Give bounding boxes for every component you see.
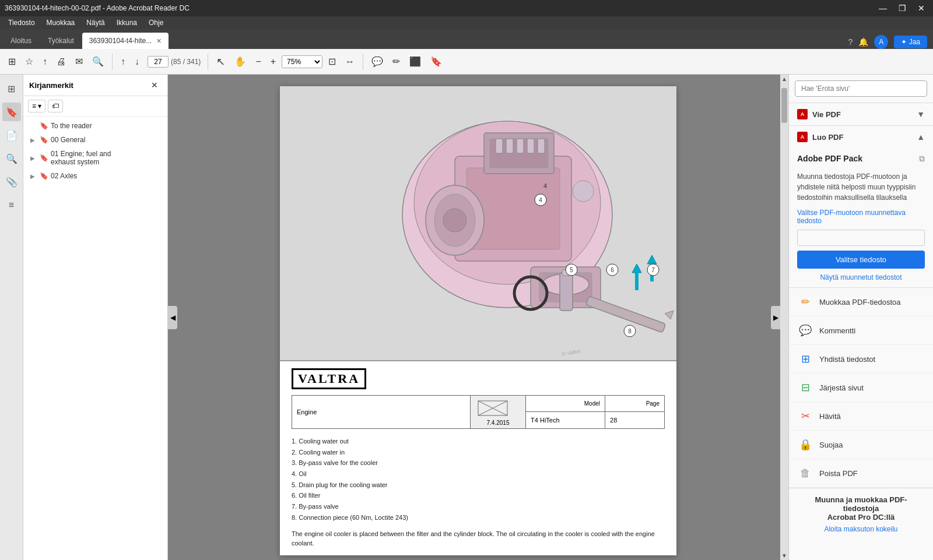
stamp-button[interactable]: 🔖 [427,54,446,69]
fit-width-button[interactable]: ↔ [342,54,358,69]
next-page-button[interactable]: ↓ [131,54,143,69]
bookmark-item-general[interactable]: ▶ 🔖 00 General [23,133,167,147]
email-button[interactable]: ✉ [72,54,86,69]
luo-pdf-header[interactable]: A Luo PDF ▲ [789,126,933,148]
svg-rect-8 [506,139,513,153]
tool-item-muokkaa[interactable]: ✏ Muokkaa PDF-tiedostoa [789,288,933,316]
expand-arrow-engine[interactable]: ▶ [30,155,37,161]
pdf-scrollbar[interactable]: ▲ ▼ [780,75,788,560]
menu-nayta[interactable]: Näytä [80,17,110,28]
table-date: 7.4.2015 [475,420,521,426]
table-page-value: 28 [605,411,665,428]
upload-button[interactable]: ↑ [39,54,51,69]
page-navigation: (85 / 341) [148,56,201,68]
vie-pdf-icon: A [797,109,808,119]
vie-pdf-label: Vie PDF [812,110,841,119]
left-icon-bookmarks[interactable]: 🔖 [2,103,21,121]
zoom-in-button[interactable]: + [267,54,279,69]
convert-input-box[interactable] [797,230,925,246]
minimize-button[interactable]: — [875,2,890,14]
part-item-5: 5. Drain plug for the cooling water [292,480,665,491]
tool-item-yhdista[interactable]: ⊞ Yhdistä tiedostot [789,345,933,374]
bookmark-label: To the reader [51,122,163,130]
select-file-button[interactable]: Valitse tiedosto [797,251,925,269]
copy-icon[interactable]: ⧉ [919,154,925,164]
menubar: Tiedosto Muokkaa Näytä Ikkuna Ohje [0,16,933,29]
convert-link[interactable]: Valitse PDF-muotoon muunnettava tiedosto [797,209,925,225]
scroll-track[interactable] [780,82,788,552]
menu-muokkaa[interactable]: Muokkaa [41,17,81,28]
tool-jarjesta-label: Järjestä sivut [819,383,864,392]
collapse-right-panel-button[interactable]: ▶ [771,306,780,329]
bookmarks-options-button[interactable]: ≡ ▾ [28,100,45,112]
separator-2 [208,54,208,70]
bookmark-item-engine[interactable]: ▶ 🔖 01 Engine; fuel andexhaust system [23,147,167,169]
left-icon-layers[interactable]: ≡ [2,196,21,214]
promo-trial-link[interactable]: Aloita maksuton kokeilu [824,525,897,533]
scroll-up-button[interactable]: ▲ [781,76,787,82]
bookmark-icon: 🔖 [40,172,48,180]
collapse-left-panel-button[interactable]: ◀ [168,306,177,329]
comment-button[interactable]: 💬 [368,54,387,69]
fit-page-button[interactable]: ⊡ [325,54,339,69]
menu-ikkuna[interactable]: Ikkuna [111,17,143,28]
select-tool-button[interactable]: ↖ [213,53,229,71]
luo-pdf-label: Luo PDF [812,133,843,142]
tab-document[interactable]: 363930104-t4-hite... ✕ [82,33,169,49]
pdf-diagram-area: 4 5 6 7 8 [280,86,676,360]
show-converted-link[interactable]: Näytä muunnetut tiedostot [797,273,925,281]
bookmarks-close-button[interactable]: ✕ [148,79,162,91]
bookmark-item-to-reader[interactable]: 🔖 To the reader [23,119,167,133]
left-icon-search[interactable]: 🔍 [2,149,21,168]
help-icon[interactable]: ? [848,37,853,47]
bookmarks-panel: Kirjanmerkit ✕ ≡ ▾ 🏷 🔖 To the reader ▶ 🔖 [23,75,168,560]
tool-item-kommentti[interactable]: 💬 Kommentti [789,316,933,345]
close-button[interactable]: ✕ [914,2,928,14]
page-input[interactable] [148,56,169,68]
notifications-icon[interactable]: 🔔 [858,37,868,47]
zoom-select[interactable]: 75% 50% 100% 125% 150% [282,55,322,68]
expand-arrow-general[interactable]: ▶ [30,137,37,143]
bookmarks-search-button[interactable]: 🏷 [48,100,63,112]
tool-poista-label: Poista PDF [819,469,858,478]
table-diagram-icon [475,398,510,418]
part-item-1: 1. Cooling water out [292,436,665,447]
right-search-input[interactable] [795,80,927,97]
hand-tool-button[interactable]: ✋ [231,54,250,69]
sign-in-button[interactable]: ✦ Jaa [894,36,927,48]
print-button[interactable]: 🖨 [53,54,69,69]
vie-pdf-header[interactable]: A Vie PDF ▼ [789,103,933,125]
bookmark-star-button[interactable]: ☆ [22,54,37,69]
tab-close-button[interactable]: ✕ [156,37,162,45]
left-icon-thumbnails[interactable]: 📄 [2,126,21,145]
markup-button[interactable]: ✏ [389,54,404,69]
tool-item-havita[interactable]: ✂ Hävitä [789,402,933,431]
tool-item-suojaa[interactable]: 🔒 Suojaa [789,431,933,459]
search-button[interactable]: 🔍 [89,54,107,69]
highlight-button[interactable]: ⬛ [406,54,425,69]
pdf-page: 4 5 6 7 8 [280,86,676,555]
tool-item-poista[interactable]: 🗑 Poista PDF [789,459,933,488]
scroll-down-button[interactable]: ▼ [781,552,787,559]
prev-page-button[interactable]: ↑ [117,54,129,69]
maximize-button[interactable]: ❐ [895,2,910,14]
left-icon-tools[interactable]: ⊞ [2,79,21,98]
svg-text:6: 6 [611,267,614,273]
promo-title-line1: Muunna ja muokkaa PDF-tiedostoja Acrobat… [797,495,925,522]
menu-tiedosto[interactable]: Tiedosto [2,17,41,28]
left-icon-attachments[interactable]: 📎 [2,172,21,191]
user-icon[interactable]: A [874,35,888,49]
zoom-out-button[interactable]: − [252,54,264,69]
menu-ohje[interactable]: Ohje [143,17,169,28]
scroll-thumb[interactable] [781,88,787,123]
tab-tools[interactable]: Työkalut [40,33,82,49]
tab-home[interactable]: Aloitus [2,33,40,49]
table-model-label: Model [526,396,605,412]
bookmark-item-axles[interactable]: ▶ 🔖 02 Axles [23,169,167,183]
bookmarks-header: Kirjanmerkit ✕ [23,75,167,96]
new-tab-button[interactable]: ⊞ [5,54,19,69]
expand-arrow-axles[interactable]: ▶ [30,173,37,179]
tool-item-jarjesta[interactable]: ⊟ Järjestä sivut [789,374,933,402]
pdf-description: The engine oil cooler is placed between … [292,529,665,548]
tag-icon: 🏷 [52,102,59,110]
